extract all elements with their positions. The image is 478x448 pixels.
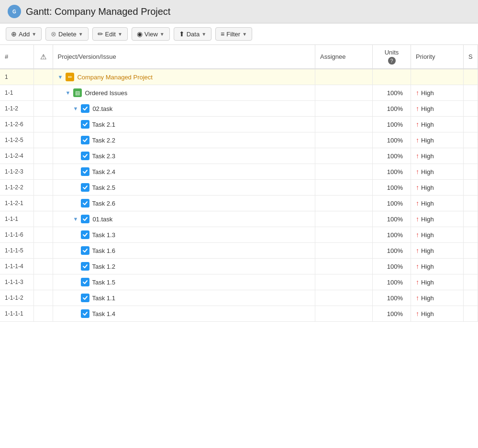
priority-label: High	[421, 263, 434, 270]
delete-label: Delete	[58, 31, 77, 38]
row-issue[interactable]: Task 1.2	[53, 259, 315, 274]
task-icon	[81, 215, 89, 223]
row-num: 1-1-1	[0, 211, 33, 227]
priority-up-icon: ↑	[416, 262, 419, 270]
row-units: 100%	[373, 306, 411, 322]
row-issue[interactable]: Task 2.4	[53, 164, 315, 180]
task-icon	[81, 167, 89, 176]
view-icon: ◉	[137, 30, 143, 38]
row-warn	[33, 180, 53, 196]
row-priority: ↑High	[411, 196, 464, 211]
row-priority: ↑High	[411, 101, 464, 117]
priority-up-icon: ↑	[416, 105, 419, 112]
row-name: Task 1.2	[92, 263, 115, 270]
priority-label: High	[421, 105, 434, 112]
row-units: 100%	[373, 290, 411, 306]
row-assignee	[315, 227, 373, 243]
row-units: 100%	[373, 243, 411, 259]
row-issue[interactable]: Task 2.3	[53, 148, 315, 164]
priority-label: High	[421, 295, 434, 302]
expand-arrow-icon[interactable]: ▼	[73, 216, 78, 222]
table-row: 1-1-2▼02.task100%↑High	[0, 101, 478, 117]
priority-label: High	[421, 231, 434, 239]
row-num: 1-1-1-6	[0, 227, 33, 243]
row-assignee	[315, 274, 373, 290]
row-status	[464, 101, 478, 117]
row-issue[interactable]: Task 1.1	[53, 290, 315, 306]
units-help-icon[interactable]: ?	[388, 57, 396, 65]
filter-button[interactable]: ≡ Filter ▼	[215, 27, 252, 41]
row-issue[interactable]: Task 1.3	[53, 227, 315, 243]
expand-arrow-icon[interactable]: ▼	[66, 90, 71, 96]
data-label: Data	[187, 31, 200, 38]
add-button[interactable]: ⊕ Add ▼	[6, 27, 42, 41]
expand-arrow-icon[interactable]: ▼	[58, 74, 63, 80]
row-status	[464, 132, 478, 148]
row-issue[interactable]: ▼✏Company Managed Project	[53, 69, 315, 85]
row-issue[interactable]: ▼02.task	[53, 101, 315, 117]
row-issue[interactable]: Task 1.5	[53, 274, 315, 290]
row-issue[interactable]: Task 2.5	[53, 180, 315, 196]
row-status	[464, 259, 478, 274]
table-row: 1-1-1▼01.task100%↑High	[0, 211, 478, 227]
row-issue[interactable]: Task 2.1	[53, 117, 315, 132]
priority-up-icon: ↑	[416, 310, 419, 317]
row-name: Task 1.4	[92, 310, 115, 317]
row-units: 100%	[373, 132, 411, 148]
row-name: Task 1.1	[92, 295, 115, 302]
gantt-table-container: # ⚠ Project/Version/Issue Assignee Units…	[0, 45, 478, 441]
row-num: 1-1-2-1	[0, 196, 33, 211]
row-status	[464, 117, 478, 132]
table-row: 1-1-1-6Task 1.3100%↑High	[0, 227, 478, 243]
table-row: 1-1-2-5Task 2.2100%↑High	[0, 132, 478, 148]
row-assignee	[315, 306, 373, 322]
table-row: 1-1-1-3Task 1.5100%↑High	[0, 274, 478, 290]
view-button[interactable]: ◉ View ▼	[132, 27, 170, 41]
row-assignee	[315, 117, 373, 132]
row-warn	[33, 259, 53, 274]
row-num: 1-1-1-2	[0, 290, 33, 306]
delete-button[interactable]: ⊗ Delete ▼	[45, 27, 88, 41]
priority-up-icon: ↑	[416, 215, 419, 223]
col-header-issue: Project/Version/Issue	[53, 45, 315, 69]
row-units	[373, 69, 411, 85]
row-issue[interactable]: Task 1.6	[53, 243, 315, 259]
col-header-assignee: Assignee	[315, 45, 373, 69]
priority-label: High	[421, 153, 434, 160]
row-issue[interactable]: Task 1.4	[53, 306, 315, 322]
delete-chevron: ▼	[78, 32, 83, 37]
row-num: 1-1-2-5	[0, 132, 33, 148]
row-status	[464, 306, 478, 322]
row-units: 100%	[373, 227, 411, 243]
row-units: 100%	[373, 148, 411, 164]
task-icon	[81, 309, 89, 318]
row-issue[interactable]: ▼01.task	[53, 211, 315, 227]
row-priority: ↑High	[411, 180, 464, 196]
row-name: Task 1.6	[92, 247, 115, 254]
priority-up-icon: ↑	[416, 184, 419, 191]
row-status	[464, 164, 478, 180]
row-warn	[33, 69, 53, 85]
table-row: 1-1-1-1Task 1.4100%↑High	[0, 306, 478, 322]
task-icon	[81, 278, 89, 286]
row-num: 1-1-2-3	[0, 164, 33, 180]
row-priority	[411, 69, 464, 85]
data-button[interactable]: ⬆ Data ▼	[174, 27, 211, 41]
row-units: 100%	[373, 196, 411, 211]
edit-button[interactable]: ✏ Edit ▼	[92, 27, 128, 41]
row-issue[interactable]: ▼▤Ordered Issues	[53, 85, 315, 101]
row-issue[interactable]: Task 2.6	[53, 196, 315, 211]
row-units: 100%	[373, 85, 411, 101]
row-status	[464, 274, 478, 290]
col-header-priority: Priority	[411, 45, 464, 69]
expand-arrow-icon[interactable]: ▼	[73, 106, 78, 111]
priority-up-icon: ↑	[416, 168, 419, 175]
app-icon: G	[8, 5, 21, 18]
page-title: Gantt: Company Managed Project	[26, 6, 170, 17]
task-icon	[81, 262, 89, 271]
row-issue[interactable]: Task 2.2	[53, 132, 315, 148]
view-chevron: ▼	[160, 32, 165, 37]
filter-label: Filter	[226, 31, 240, 38]
table-row: 1-1-2-2Task 2.5100%↑High	[0, 180, 478, 196]
svg-text:G: G	[12, 9, 16, 14]
